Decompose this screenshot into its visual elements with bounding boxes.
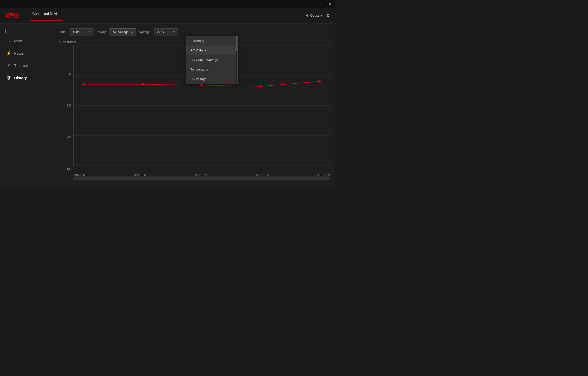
time-value: Mins <box>73 30 79 34</box>
sidebar: ❮ ⌂ Main ⚡ Power ✳ Thermal ◑ History <box>0 24 54 188</box>
voltage-label: Voltage <box>139 30 150 34</box>
header: XPG Connected Device Hi, Guest ▼ ⚙ <box>0 8 335 24</box>
settings-gear-icon[interactable]: ⚙ <box>326 13 330 18</box>
y-label-240: 240 <box>67 72 72 76</box>
x-label-0: 3/15 19:05 <box>74 174 86 176</box>
titlebar: — □ ✕ <box>0 0 335 8</box>
voltage-dropdown-arrow: ▼ <box>173 31 175 33</box>
dropdown-scrollbar-thumb[interactable] <box>236 36 237 51</box>
dropdown-scrollbar-track <box>236 36 237 84</box>
time-dropdown[interactable]: Mins ▼ <box>70 28 94 35</box>
dropdown-item-ac-voltage[interactable]: AC Voltage <box>186 46 237 55</box>
voltage-dropdown[interactable]: 220V ▼ <box>154 28 178 35</box>
y-label-220: 220 <box>67 104 72 107</box>
time-label: Time <box>59 30 66 34</box>
dropdown-item-dc-voltage[interactable]: DC Voltage <box>186 74 237 84</box>
yray-dropdown-arrow: ▲ <box>131 31 133 33</box>
yray-dropdown-menu: Efficiency AC Voltage DC Output Wattage … <box>186 36 238 84</box>
thermal-icon: ✳ <box>6 63 11 68</box>
y-axis-labels: 260 240 220 200 180 <box>59 40 74 171</box>
power-icon: ⚡ <box>6 50 11 56</box>
data-point-0 <box>82 83 85 85</box>
controls-bar: Time Mins ▼ Y-Ray AC Voltage ▲ Voltage 2… <box>59 28 330 35</box>
sidebar-collapse-button[interactable]: ❮ <box>0 26 54 35</box>
history-icon: ◑ <box>6 75 11 80</box>
sidebar-item-thermal-label: Thermal <box>14 63 28 68</box>
titlebar-controls: — □ ✕ <box>309 2 333 6</box>
sidebar-item-power-label: Power <box>14 51 25 55</box>
chart-scrollbar-thumb[interactable] <box>74 177 330 180</box>
data-point-4 <box>318 80 321 82</box>
y-label-200: 200 <box>67 136 72 139</box>
yray-dropdown[interactable]: AC Voltage ▲ <box>110 28 136 35</box>
time-dropdown-arrow: ▼ <box>89 31 91 33</box>
data-point-1 <box>141 83 144 85</box>
y-label-260: 260 <box>67 40 72 44</box>
connected-device-tab[interactable]: Connected Device <box>30 11 62 21</box>
logo-text: XPG <box>5 12 19 20</box>
sidebar-item-history[interactable]: ◑ History <box>0 71 54 84</box>
hi-guest: Hi, Guest ▼ <box>306 14 323 17</box>
yray-value: AC Voltage <box>113 30 129 34</box>
content-area: Time Mins ▼ Y-Ray AC Voltage ▲ Voltage 2… <box>54 24 335 188</box>
sidebar-item-power[interactable]: ⚡ Power <box>0 47 54 59</box>
data-point-2 <box>200 84 203 86</box>
logo: XPG <box>5 11 24 21</box>
dropdown-item-dc-output-wattage[interactable]: DC Output Wattage <box>186 55 237 65</box>
close-button[interactable]: ✕ <box>327 2 333 6</box>
home-icon: ⌂ <box>6 38 11 44</box>
maximize-button[interactable]: □ <box>319 2 323 6</box>
sidebar-item-thermal[interactable]: ✳ Thermal <box>0 59 54 71</box>
hi-guest-arrow[interactable]: ▼ <box>320 14 323 17</box>
sidebar-item-main-label: Main <box>14 39 22 43</box>
dropdown-item-temperature[interactable]: Temperature <box>186 65 237 74</box>
main-layout: ❮ ⌂ Main ⚡ Power ✳ Thermal ◑ History Tim… <box>0 24 335 188</box>
dropdown-item-efficiency[interactable]: Efficiency <box>186 36 237 46</box>
y-label-180: 180 <box>67 167 72 171</box>
yray-label: Y-Ray <box>97 30 106 34</box>
hi-guest-label: Hi, Guest <box>306 14 319 17</box>
voltage-value: 220V <box>157 30 164 34</box>
x-label-1: 3/15 19:06 <box>135 174 147 176</box>
data-point-3 <box>259 85 262 87</box>
x-label-4: 3/15 19:09 <box>317 174 330 176</box>
sidebar-item-main[interactable]: ⌂ Main <box>0 35 54 47</box>
sidebar-item-history-label: History <box>14 76 27 80</box>
header-right: Hi, Guest ▼ ⚙ <box>306 13 330 18</box>
collapse-icon: ❮ <box>4 28 7 33</box>
x-label-2: 3/15 19:07 <box>195 174 208 176</box>
chart-scrollbar[interactable] <box>74 176 330 180</box>
x-label-3: 3/15 19:08 <box>256 174 269 176</box>
minimize-button[interactable]: — <box>309 2 315 6</box>
x-axis-labels: 3/15 19:05 3/15 19:06 3/15 19:07 3/15 19… <box>74 174 330 176</box>
